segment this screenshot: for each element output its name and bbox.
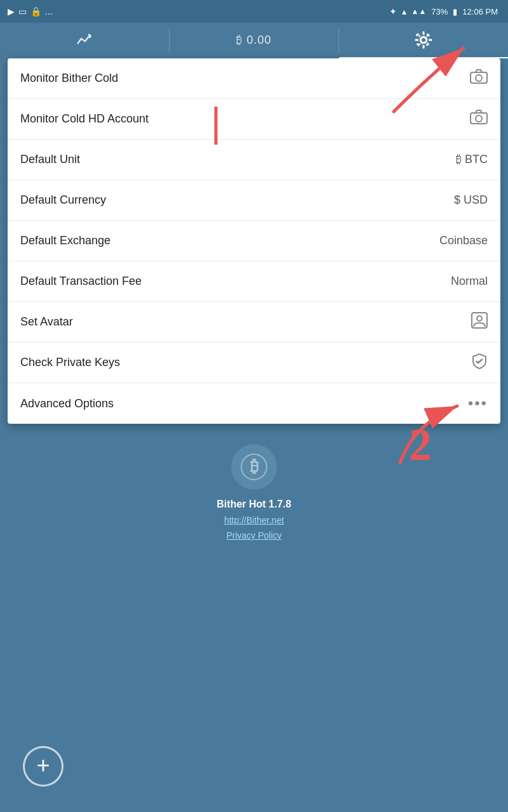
svg-rect-5 [423,32,425,35]
advanced-options-label: Advanced Options [20,397,114,410]
default-currency-value: $ USD [454,193,488,207]
default-unit-label: Default Unit [20,153,80,166]
camera-icon-2 [470,110,488,129]
menu-item-default-exchange[interactable]: Default Exchange Coinbase [8,221,500,261]
app-name-label: Bither Hot 1.7.8 [217,499,291,510]
battery-icon: ▮ [453,7,457,16]
wifi-icon: ▴ [402,6,406,16]
svg-point-14 [476,75,482,81]
monitor-bither-cold-label: Monitor Bither Cold [20,72,118,85]
time-display: 12:06 PM [462,7,498,16]
lock-icon: 🔒 [30,6,41,16]
default-transaction-fee-label: Default Transaction Fee [20,275,142,288]
svg-rect-6 [423,46,425,49]
set-avatar-label: Set Avatar [20,315,73,329]
bitcoin-logo: ₿ [231,444,277,490]
default-unit-value: ₿ BTC [456,153,488,166]
gear-icon [415,31,432,49]
menu-item-advanced-options[interactable]: Advanced Options ••• [8,383,500,424]
svg-point-18 [477,316,482,321]
app-policy-link[interactable]: Privacy Policy [226,530,281,540]
app-info-section: ₿ Bither Hot 1.7.8 http://Bither.net Pri… [0,444,508,540]
svg-rect-12 [425,43,429,46]
tab-settings[interactable] [339,23,508,58]
battery-text: 73% [431,7,448,16]
status-bar-left-icons: ▶ ▭ 🔒 ... [8,6,53,16]
sim-icon: ▭ [18,6,27,16]
camera-icon-1 [470,69,488,88]
svg-rect-9 [415,33,419,37]
menu-item-check-private-keys[interactable]: Check Private Keys [8,343,500,383]
chart-icon [76,31,93,49]
default-transaction-fee-value: Normal [451,275,488,288]
bluetooth-icon: ✦ [389,6,397,16]
menu-item-default-unit[interactable]: Default Unit ₿ BTC [8,140,500,180]
tab-chart[interactable] [0,23,169,58]
status-bar-right: ✦ ▴ ▲▲ 73% ▮ 12:06 PM [389,6,498,16]
dots-status-icon: ... [45,6,53,16]
more-dots-icon: ••• [468,395,488,412]
settings-menu: Monitor Bither Cold Monitor Cold HD Acco… [8,58,500,424]
menu-item-default-transaction-fee[interactable]: Default Transaction Fee Normal [8,261,500,302]
svg-rect-7 [415,39,418,41]
fab-plus-icon: + [36,754,50,777]
default-currency-label: Default Currency [20,193,106,207]
bitcoin-icon: ₿ [241,454,267,480]
menu-item-monitor-cold-hd[interactable]: Monitor Cold HD Account [8,99,500,140]
default-exchange-value: Coinbase [439,234,488,247]
menu-item-set-avatar[interactable]: Set Avatar [8,302,500,343]
svg-rect-8 [429,39,432,41]
balance-display: ₿ 0.00 [236,34,271,47]
svg-point-16 [476,115,482,122]
person-icon [471,312,488,332]
shield-icon [471,353,488,373]
status-bar: ▶ ▭ 🔒 ... ✦ ▴ ▲▲ 73% ▮ 12:06 PM [0,0,508,23]
fab-add-button[interactable]: + [23,746,64,787]
svg-text:₿: ₿ [250,457,258,476]
signal-icon: ▲▲ [411,7,427,16]
menu-item-monitor-bither-cold[interactable]: Monitor Bither Cold [8,58,500,99]
monitor-cold-hd-label: Monitor Cold HD Account [20,112,149,126]
nav-bar: ₿ 0.00 [0,23,508,58]
tab-balance[interactable]: ₿ 0.00 [170,23,338,58]
check-private-keys-label: Check Private Keys [20,356,120,369]
svg-point-4 [422,38,425,42]
notification-icon-1: ▶ [8,6,15,16]
app-website-link[interactable]: http://Bither.net [224,515,284,525]
default-exchange-label: Default Exchange [20,234,110,247]
menu-item-default-currency[interactable]: Default Currency $ USD [8,180,500,221]
